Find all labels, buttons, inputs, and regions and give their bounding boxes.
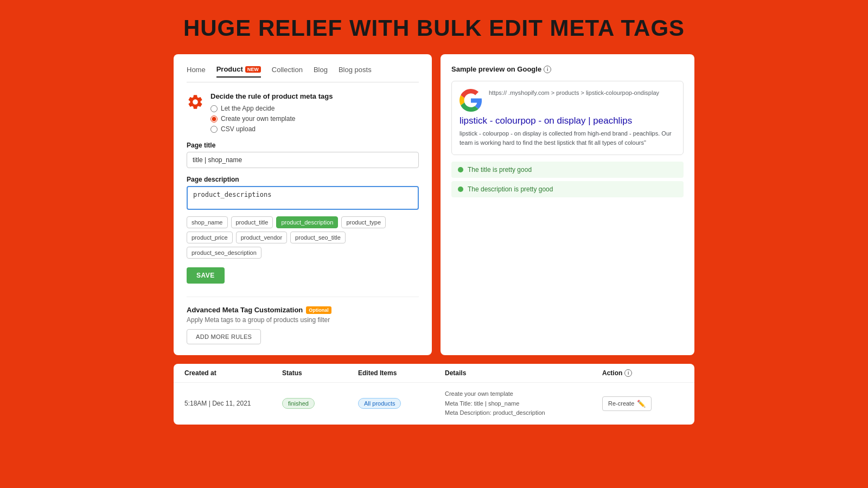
bottom-table: Created at Status Edited Items Details A… — [174, 364, 694, 425]
page-title-section: Page title — [187, 142, 419, 168]
tag-product-vendor[interactable]: product_vendor — [236, 232, 287, 243]
tab-collection[interactable]: Collection — [272, 66, 303, 77]
tag-group: shop_name product_title product_descript… — [187, 216, 419, 259]
action-info-icon[interactable]: i — [624, 369, 632, 377]
radio-group: Let the App decide Create your own templ… — [210, 105, 333, 133]
status-title-item: The title is pretty good — [451, 162, 684, 178]
table-header: Created at Status Edited Items Details A… — [174, 364, 694, 383]
details-text: Create your own template Meta Title: tit… — [445, 389, 602, 418]
tab-home[interactable]: Home — [187, 66, 206, 77]
advanced-title-row: Advanced Meta Tag Customization Optional — [187, 306, 419, 314]
radio-let-app[interactable]: Let the App decide — [210, 105, 333, 112]
add-rules-button[interactable]: ADD MORE RULES — [187, 329, 261, 344]
tab-product[interactable]: Product NEW — [216, 65, 261, 78]
tag-product-seo-title[interactable]: product_seo_title — [290, 232, 346, 243]
cell-status: finished — [282, 398, 358, 409]
left-panel: Home Product NEW Collection Blog Blog po… — [174, 54, 432, 355]
radio-csv-upload[interactable]: CSV upload — [210, 125, 333, 133]
tag-product-price[interactable]: product_price — [187, 232, 233, 243]
status-badge: finished — [282, 398, 315, 409]
tag-product-title[interactable]: product_title — [231, 216, 273, 228]
col-details: Details — [445, 369, 602, 377]
gear-icon — [187, 93, 204, 111]
page-desc-input[interactable]: product_descriptions — [187, 186, 419, 210]
col-action: Action i — [602, 369, 684, 377]
tab-blog[interactable]: Blog — [314, 66, 328, 77]
page-desc-label: Page description — [187, 176, 419, 183]
tab-blog-posts[interactable]: Blog posts — [339, 66, 372, 77]
col-status: Status — [282, 369, 358, 377]
tag-product-type[interactable]: product_type — [341, 216, 386, 228]
rule-title: Decide the rule of product meta tags — [210, 92, 333, 100]
google-preview-desc: lipstick - colourpop - on display is col… — [459, 129, 675, 147]
page-heading: HUGE RELIEF WITH BULK EDIT META TAGS — [183, 15, 685, 41]
advanced-section: Advanced Meta Tag Customization Optional… — [187, 297, 419, 344]
edited-items-badge: All products — [358, 398, 401, 409]
cell-edited-items: All products — [358, 398, 445, 409]
save-button[interactable]: SAVE — [187, 267, 225, 284]
new-badge: NEW — [245, 66, 261, 73]
rule-section: Decide the rule of product meta tags Let… — [187, 92, 419, 133]
preview-title: Sample preview on Google i — [451, 65, 684, 73]
google-preview-card: https:// .myshopify.com > products > lip… — [451, 81, 684, 155]
page-title-label: Page title — [187, 142, 419, 149]
google-logo — [459, 89, 482, 112]
tag-product-seo-description[interactable]: product_seo_description — [187, 247, 261, 259]
nav-tabs: Home Product NEW Collection Blog Blog po… — [187, 65, 419, 82]
google-preview-title: lipstick - colourpop - on display | peac… — [459, 115, 675, 127]
col-edited-items: Edited Items — [358, 369, 445, 377]
table-row: 5:18AM | Dec 11, 2021 finished All produ… — [174, 383, 694, 425]
google-url: https:// .myshopify.com > products > lip… — [489, 89, 659, 97]
right-panel: Sample preview on Google i https:// .mys… — [441, 54, 694, 355]
optional-badge: Optional — [306, 306, 331, 314]
status-dot-2 — [458, 187, 463, 192]
cell-action: Re-create ✏️ — [602, 396, 684, 411]
tag-shop-name[interactable]: shop_name — [187, 216, 228, 228]
col-created-at: Created at — [184, 369, 282, 377]
google-header: https:// .myshopify.com > products > lip… — [459, 89, 675, 112]
page-desc-section: Page description product_descriptions sh… — [187, 176, 419, 259]
page-title-input[interactable] — [187, 152, 419, 168]
radio-create-own[interactable]: Create your own template — [210, 115, 333, 123]
google-url-block: https:// .myshopify.com > products > lip… — [489, 89, 659, 97]
cell-details: Create your own template Meta Title: tit… — [445, 389, 602, 418]
tag-product-description[interactable]: product_description — [276, 216, 338, 228]
re-create-button[interactable]: Re-create ✏️ — [602, 396, 652, 411]
status-desc-item: The description is pretty good — [451, 181, 684, 197]
cell-created-at: 5:18AM | Dec 11, 2021 — [184, 400, 282, 407]
status-dot-1 — [458, 167, 463, 172]
preview-info-icon[interactable]: i — [544, 66, 551, 73]
edit-icon: ✏️ — [637, 400, 646, 408]
rule-content: Decide the rule of product meta tags Let… — [210, 92, 333, 133]
advanced-desc: Apply Meta tags to a group of products u… — [187, 316, 419, 324]
